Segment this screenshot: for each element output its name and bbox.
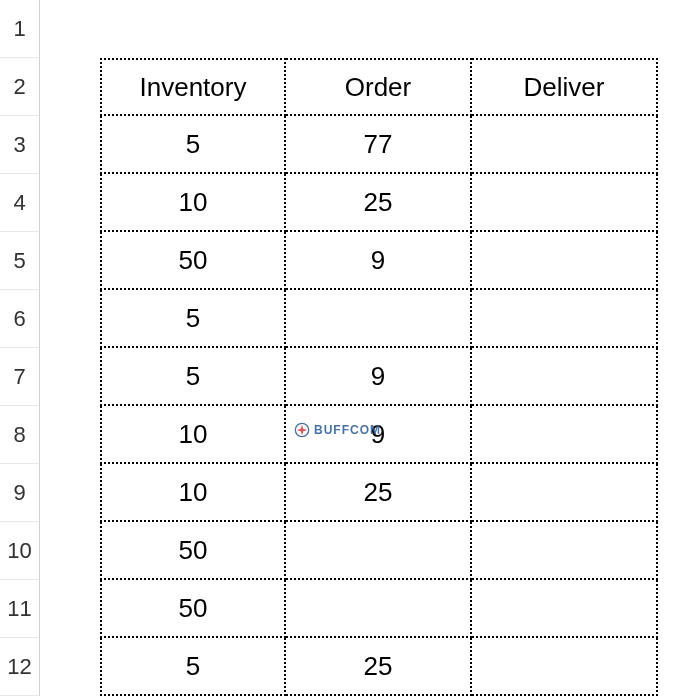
cell[interactable] (100, 0, 286, 58)
cell[interactable] (40, 580, 100, 638)
cell[interactable]: 9 (286, 348, 472, 406)
cell[interactable] (472, 522, 658, 580)
spreadsheet: 1 2 3 4 5 6 7 8 9 10 11 12 Inventory Ord… (0, 0, 699, 700)
cell[interactable] (40, 0, 100, 58)
cell[interactable]: 10 (100, 406, 286, 464)
cell[interactable] (40, 464, 100, 522)
grid-row: 10 9 (40, 406, 699, 464)
column-header-deliver[interactable]: Deliver (472, 58, 658, 116)
row-header[interactable]: 9 (0, 464, 40, 522)
cell[interactable] (40, 406, 100, 464)
cell[interactable]: 5 (100, 638, 286, 696)
row-header[interactable]: 10 (0, 522, 40, 580)
column-header-order[interactable]: Order (286, 58, 472, 116)
cell[interactable]: 50 (100, 522, 286, 580)
grid-row: 5 77 (40, 116, 699, 174)
cell[interactable]: 10 (100, 464, 286, 522)
cell[interactable] (472, 290, 658, 348)
row-headers: 1 2 3 4 5 6 7 8 9 10 11 12 (0, 0, 40, 700)
cell[interactable] (472, 406, 658, 464)
cell[interactable]: 50 (100, 232, 286, 290)
cell[interactable] (472, 174, 658, 232)
cell[interactable] (40, 290, 100, 348)
cell[interactable] (472, 464, 658, 522)
cell[interactable] (40, 174, 100, 232)
cell[interactable] (40, 522, 100, 580)
row-header[interactable]: 3 (0, 116, 40, 174)
cell[interactable] (40, 58, 100, 116)
row-header[interactable]: 6 (0, 290, 40, 348)
cell[interactable]: 50 (100, 580, 286, 638)
cell[interactable] (472, 580, 658, 638)
cell[interactable] (40, 348, 100, 406)
cell[interactable] (472, 116, 658, 174)
cell[interactable] (472, 232, 658, 290)
grid-row: 5 (40, 290, 699, 348)
grid-row: 5 25 (40, 638, 699, 696)
grid-row (40, 0, 699, 58)
row-header[interactable]: 5 (0, 232, 40, 290)
row-header[interactable]: 12 (0, 638, 40, 696)
cell[interactable] (286, 580, 472, 638)
grid-row: 5 9 (40, 348, 699, 406)
cell[interactable]: 25 (286, 464, 472, 522)
cell[interactable] (286, 0, 472, 58)
cell[interactable]: 5 (100, 116, 286, 174)
cell[interactable] (286, 522, 472, 580)
cell[interactable]: 9 (286, 232, 472, 290)
cell[interactable] (40, 232, 100, 290)
cell[interactable] (286, 290, 472, 348)
cell[interactable] (40, 116, 100, 174)
grid-row: 50 (40, 522, 699, 580)
cell[interactable] (472, 348, 658, 406)
grid-row: 50 (40, 580, 699, 638)
cell[interactable]: 25 (286, 638, 472, 696)
grid-row: Inventory Order Deliver (40, 58, 699, 116)
row-header[interactable]: 7 (0, 348, 40, 406)
grid-row: 50 9 (40, 232, 699, 290)
grid-row: 10 25 (40, 174, 699, 232)
cell[interactable] (40, 638, 100, 696)
cell[interactable] (472, 638, 658, 696)
cell[interactable]: 10 (100, 174, 286, 232)
cell[interactable] (472, 0, 658, 58)
grid-row: 10 25 (40, 464, 699, 522)
column-header-inventory[interactable]: Inventory (100, 58, 286, 116)
cell[interactable]: 5 (100, 348, 286, 406)
cell[interactable]: 5 (100, 290, 286, 348)
grid: Inventory Order Deliver 5 77 10 25 50 9 (40, 0, 699, 700)
row-header[interactable]: 8 (0, 406, 40, 464)
cell[interactable]: 25 (286, 174, 472, 232)
row-header[interactable]: 11 (0, 580, 40, 638)
cell[interactable]: 77 (286, 116, 472, 174)
row-header[interactable]: 4 (0, 174, 40, 232)
row-header[interactable]: 1 (0, 0, 40, 58)
row-header[interactable]: 2 (0, 58, 40, 116)
cell[interactable]: 9 (286, 406, 472, 464)
